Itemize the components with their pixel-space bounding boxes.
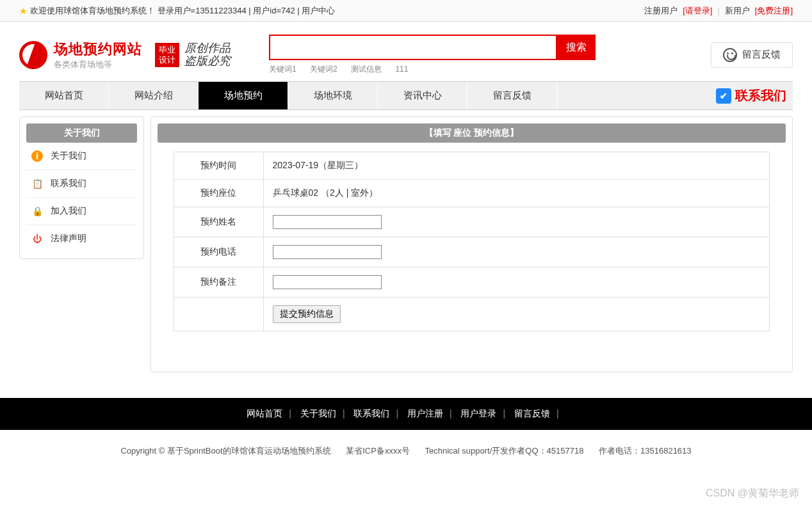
registered-label: 注册用户	[644, 5, 678, 17]
badge-block: 毕业 设计 原创作品 盗版必究	[155, 42, 231, 68]
label-phone: 预约电话	[174, 237, 263, 267]
footer-link[interactable]: 网站首页	[247, 408, 282, 418]
power-icon: ⏻	[31, 233, 43, 244]
footer-link[interactable]: 关于我们	[300, 408, 336, 418]
row-submit: 提交预约信息	[174, 298, 770, 331]
footer-link[interactable]: 用户登录	[460, 408, 496, 418]
input-remark[interactable]	[273, 275, 382, 289]
navbar: 网站首页 网站介绍 场地预约 场地环境 资讯中心 留言反馈 ✔ 联系我们	[19, 81, 793, 110]
keyword-link[interactable]: 关键词1	[269, 65, 296, 74]
topbar: ★ 欢迎使用球馆体育场地预约系统！ 登录用户=13511223344 | 用户i…	[0, 0, 812, 22]
content: 【填写 座位 预约信息】 预约时间 2023-07-19（星期三） 预约座位 乒…	[150, 116, 793, 372]
check-icon: ✔	[716, 88, 731, 104]
label-seat: 预约座位	[174, 180, 263, 207]
sidebar-item-label: 法律声明	[51, 233, 86, 244]
search-button[interactable]: 搜索	[557, 35, 596, 60]
topbar-right: 注册用户 [请登录] | 新用户 [免费注册]	[644, 5, 793, 17]
row-phone: 预约电话	[174, 237, 770, 267]
sidebar-title: 关于我们	[26, 123, 137, 143]
logo-text: 场地预约网站 各类体育场地等	[54, 40, 142, 70]
headset-icon	[723, 48, 737, 62]
keyword-link[interactable]: 关键词2	[310, 65, 337, 74]
copyright: Copyright © 基于SprintBoot的球馆体育运动场地预约系统 某省…	[0, 430, 812, 472]
footer-link[interactable]: 联系我们	[353, 408, 389, 418]
sidebar-item-contact[interactable]: 📋 联系我们	[26, 170, 137, 198]
new-user-label: 新用户	[725, 5, 750, 17]
row-time: 预约时间 2023-07-19（星期三）	[174, 152, 770, 180]
sidebar-item-join[interactable]: 🔒 加入我们	[26, 198, 137, 225]
footer-nav: 网站首页| 关于我们| 联系我们| 用户注册| 用户登录| 留言反馈|	[0, 398, 812, 430]
support-text: Technical support/开发作者QQ：45157718	[425, 446, 584, 456]
search-keywords: 关键词1 关键词2 测试信息 111	[269, 64, 596, 75]
login-link[interactable]: [请登录]	[683, 5, 712, 17]
logo-block[interactable]: 场地预约网站 各类体育场地等	[19, 40, 142, 70]
row-seat: 预约座位 乒乓球桌02 （2人 | 室外）	[174, 180, 770, 207]
input-phone[interactable]	[273, 245, 382, 259]
nav-booking[interactable]: 场地预约	[199, 82, 288, 109]
divider: |	[717, 6, 719, 15]
input-name[interactable]	[273, 215, 382, 229]
sidebar-item-legal[interactable]: ⏻ 法律声明	[26, 225, 137, 252]
value-seat: 乒乓球桌02 （2人 | 室外）	[263, 180, 770, 207]
search-input[interactable]	[269, 35, 557, 60]
value-time: 2023-07-19（星期三）	[263, 152, 770, 180]
keyword-link[interactable]: 测试信息	[351, 65, 382, 74]
label-remark: 预约备注	[174, 267, 263, 298]
sidebar-item-about[interactable]: i 关于我们	[26, 143, 137, 170]
row-remark: 预约备注	[174, 267, 770, 298]
header: 场地预约网站 各类体育场地等 毕业 设计 原创作品 盗版必究 搜索 关键词1 关…	[0, 22, 812, 81]
icp-text: 某省ICP备xxxx号	[346, 446, 410, 456]
welcome-text[interactable]: 欢迎使用球馆体育场地预约系统！ 登录用户=13511223344 | 用户id=…	[30, 5, 335, 17]
sidebar-item-label: 加入我们	[51, 205, 86, 217]
register-link[interactable]: [免费注册]	[755, 5, 793, 17]
row-name: 预约姓名	[174, 207, 770, 237]
main: 关于我们 i 关于我们 📋 联系我们 🔒 加入我们 ⏻ 法律声明 【填写 座位 …	[0, 110, 812, 385]
search-block: 搜索 关键词1 关键词2 测试信息 111	[269, 35, 596, 75]
booking-form: 预约时间 2023-07-19（星期三） 预约座位 乒乓球桌02 （2人 | 室…	[174, 152, 770, 331]
submit-button[interactable]: 提交预约信息	[273, 305, 341, 323]
info-icon: i	[31, 150, 43, 162]
logo-icon	[19, 41, 47, 69]
topbar-left: ★ 欢迎使用球馆体育场地预约系统！ 登录用户=13511223344 | 用户i…	[19, 5, 335, 17]
logo-sub: 各类体育场地等	[54, 59, 142, 70]
nav-news[interactable]: 资讯中心	[378, 82, 467, 109]
contact-us[interactable]: ✔ 联系我们	[716, 82, 793, 109]
lock-icon: 🔒	[31, 205, 43, 217]
sidebar-item-label: 关于我们	[51, 150, 86, 162]
footer-link[interactable]: 用户注册	[407, 408, 443, 418]
logo-title: 场地预约网站	[54, 40, 142, 59]
footer-link[interactable]: 留言反馈	[514, 408, 550, 418]
badge-square: 毕业 设计	[155, 43, 179, 67]
copyright-text: Copyright © 基于SprintBoot的球馆体育运动场地预约系统	[120, 446, 330, 456]
nav-venue[interactable]: 场地环境	[288, 82, 378, 109]
nav-feedback[interactable]: 留言反馈	[467, 82, 557, 109]
sidebar-item-label: 联系我们	[51, 178, 86, 189]
nav-about[interactable]: 网站介绍	[109, 82, 199, 109]
clipboard-icon: 📋	[31, 178, 43, 189]
sidebar: 关于我们 i 关于我们 📋 联系我们 🔒 加入我们 ⏻ 法律声明	[19, 116, 144, 259]
slogan: 原创作品 盗版必究	[184, 42, 231, 68]
content-title: 【填写 座位 预约信息】	[158, 123, 786, 143]
nav-home[interactable]: 网站首页	[19, 82, 109, 109]
feedback-button[interactable]: 留言反馈	[711, 42, 793, 68]
label-time: 预约时间	[174, 152, 263, 180]
phone-text: 作者电话：13516821613	[599, 446, 692, 456]
keyword-link[interactable]: 111	[395, 65, 408, 74]
star-icon: ★	[19, 6, 28, 16]
label-name: 预约姓名	[174, 207, 263, 237]
